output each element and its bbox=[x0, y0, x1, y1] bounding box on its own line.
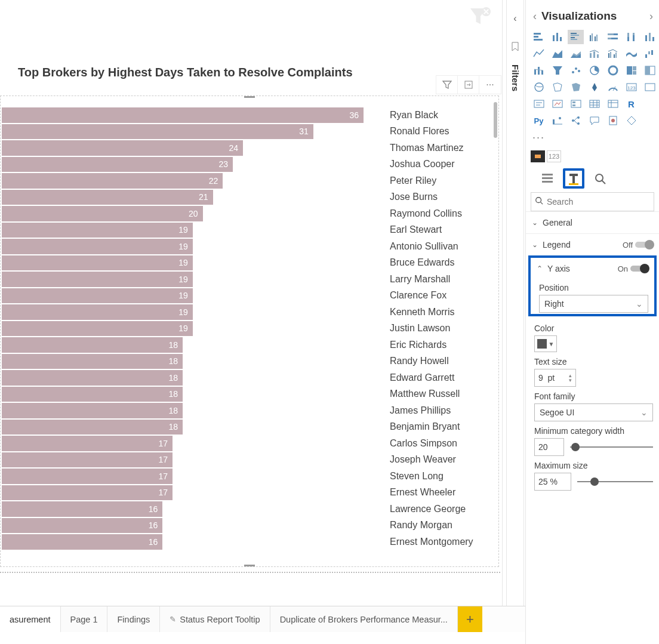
waterfall-chart-icon[interactable] bbox=[642, 47, 658, 61]
stacked-bar-chart-icon[interactable] bbox=[531, 30, 547, 44]
bar[interactable]: 16 bbox=[2, 501, 162, 517]
bar[interactable]: 20 bbox=[2, 206, 203, 221]
clear-filter-icon[interactable] bbox=[469, 7, 492, 27]
kpi-card-icon[interactable] bbox=[531, 97, 547, 111]
fields-tab-icon[interactable] bbox=[537, 168, 558, 189]
bar-chart-visual[interactable]: 36Ryan Black31Ronald Flores24Thomas Mart… bbox=[0, 95, 499, 567]
donut-chart-icon[interactable] bbox=[605, 63, 621, 78]
bar[interactable]: 18 bbox=[2, 337, 183, 353]
qa-visual-icon[interactable] bbox=[586, 113, 602, 128]
key-influencers-icon[interactable] bbox=[549, 113, 565, 128]
clustered-column-chart-icon[interactable] bbox=[586, 30, 602, 44]
yaxis-font-select[interactable]: Segoe UI ⌄ bbox=[534, 403, 653, 421]
table-icon[interactable] bbox=[586, 97, 602, 111]
gauge-chart-icon[interactable] bbox=[605, 80, 621, 94]
line-stacked-column-icon[interactable] bbox=[586, 47, 602, 61]
matrix-icon[interactable] bbox=[605, 97, 621, 111]
line-clustered-column-icon[interactable] bbox=[605, 47, 621, 61]
yaxis-color-picker[interactable]: ▼ bbox=[534, 335, 557, 352]
line-chart-icon-2[interactable] bbox=[642, 30, 658, 44]
bar[interactable]: 24 bbox=[2, 140, 243, 156]
funnel-chart-icon[interactable] bbox=[531, 63, 547, 78]
get-more-visuals-icon[interactable]: ··· bbox=[531, 130, 547, 144]
bar[interactable]: 36 bbox=[2, 107, 364, 123]
bar[interactable]: 22 bbox=[2, 173, 223, 189]
stacked-area-chart-icon[interactable] bbox=[568, 47, 584, 61]
resize-handle-top[interactable] bbox=[244, 95, 255, 98]
hundred-stacked-bar-icon[interactable] bbox=[605, 30, 621, 44]
map-icon[interactable] bbox=[642, 63, 658, 78]
filters-pane-collapsed[interactable]: ‹ Filters bbox=[506, 0, 524, 606]
filter-icon[interactable] bbox=[436, 76, 458, 94]
r-visual-icon[interactable]: R bbox=[623, 97, 639, 111]
values-tab-small[interactable]: 123 bbox=[547, 150, 561, 162]
section-legend[interactable]: ⌄ Legend Off bbox=[526, 233, 659, 255]
section-general[interactable]: ⌄ General bbox=[526, 211, 659, 233]
more-options-icon[interactable]: ··· bbox=[479, 76, 501, 94]
bar[interactable]: 19 bbox=[2, 321, 193, 337]
slicer-icon[interactable] bbox=[568, 97, 584, 111]
area-chart-icon[interactable] bbox=[549, 47, 565, 61]
kpi-icon[interactable] bbox=[549, 97, 565, 111]
funnel-icon[interactable] bbox=[549, 63, 565, 78]
bar[interactable]: 19 bbox=[2, 255, 193, 271]
bar[interactable]: 19 bbox=[2, 239, 193, 254]
yaxis-toggle[interactable]: On bbox=[618, 264, 648, 273]
bookmark-icon[interactable] bbox=[510, 42, 520, 54]
resize-handle-bottom[interactable] bbox=[244, 565, 255, 567]
bar[interactable]: 17 bbox=[2, 469, 173, 484]
gauge-icon[interactable] bbox=[568, 80, 584, 94]
bar[interactable]: 17 bbox=[2, 485, 173, 501]
page-tab-1[interactable]: Page 1 bbox=[61, 606, 108, 632]
paginated-report-icon[interactable] bbox=[605, 113, 621, 128]
bar[interactable]: 21 bbox=[2, 190, 213, 205]
shape-map-icon[interactable] bbox=[549, 80, 565, 94]
yaxis-textsize-input[interactable]: 9 pt ▴▾ bbox=[534, 369, 576, 387]
bar[interactable]: 18 bbox=[2, 420, 183, 435]
page-tab-4[interactable]: Duplicate of Brokers Performance Measur.… bbox=[270, 606, 458, 632]
fields-tab-small[interactable] bbox=[531, 150, 545, 162]
format-tab-icon[interactable] bbox=[563, 168, 584, 189]
bar[interactable]: 19 bbox=[2, 288, 193, 304]
hundred-stacked-column-icon[interactable] bbox=[623, 30, 639, 44]
python-visual-icon[interactable]: Py bbox=[531, 113, 547, 128]
format-search[interactable] bbox=[531, 192, 654, 211]
power-apps-icon[interactable] bbox=[623, 113, 639, 128]
bar[interactable]: 19 bbox=[2, 223, 193, 238]
filled-map-icon[interactable] bbox=[531, 80, 547, 94]
page-tab-0[interactable]: asurement bbox=[0, 606, 61, 632]
ribbon-chart-icon[interactable] bbox=[623, 47, 639, 61]
yaxis-minwidth-slider[interactable] bbox=[570, 441, 653, 453]
card-icon[interactable]: 123 bbox=[623, 80, 639, 94]
bar[interactable]: 18 bbox=[2, 387, 183, 402]
bar[interactable]: 17 bbox=[2, 452, 173, 468]
analytics-tab-icon[interactable] bbox=[589, 168, 611, 189]
scatter-chart-icon[interactable] bbox=[568, 63, 584, 78]
bar[interactable]: 18 bbox=[2, 370, 183, 386]
bar[interactable]: 17 bbox=[2, 436, 173, 451]
yaxis-minwidth-input[interactable]: 20 bbox=[534, 438, 564, 456]
clustered-bar-chart-icon[interactable] bbox=[568, 30, 584, 44]
yaxis-position-select[interactable]: Right ⌄ bbox=[539, 295, 648, 313]
yaxis-maxsize-input[interactable]: 25 % bbox=[534, 473, 571, 491]
arcgis-map-icon[interactable] bbox=[586, 80, 602, 94]
stacked-column-chart-icon[interactable] bbox=[549, 30, 565, 44]
bar[interactable]: 19 bbox=[2, 272, 193, 287]
chart-scroll-thumb[interactable] bbox=[494, 102, 497, 138]
search-input[interactable] bbox=[547, 197, 651, 207]
bar[interactable]: 23 bbox=[2, 157, 233, 172]
yaxis-maxsize-slider[interactable] bbox=[577, 476, 653, 488]
line-chart-icon[interactable] bbox=[531, 47, 547, 61]
add-page-button[interactable]: + bbox=[458, 606, 482, 632]
bar[interactable]: 18 bbox=[2, 354, 183, 369]
expand-filters-icon[interactable]: ‹ bbox=[513, 13, 516, 24]
bar[interactable]: 19 bbox=[2, 304, 193, 320]
bar[interactable]: 18 bbox=[2, 403, 183, 418]
bar[interactable]: 31 bbox=[2, 124, 313, 140]
page-tab-3[interactable]: ✎Status Report Tooltip bbox=[160, 606, 270, 632]
expand-pane-icon[interactable]: › bbox=[649, 10, 653, 23]
section-yaxis[interactable]: ⌃ Y axis On bbox=[531, 258, 654, 279]
bar[interactable]: 16 bbox=[2, 534, 162, 550]
focus-mode-icon[interactable] bbox=[458, 76, 479, 94]
legend-toggle[interactable]: Off bbox=[623, 241, 653, 249]
